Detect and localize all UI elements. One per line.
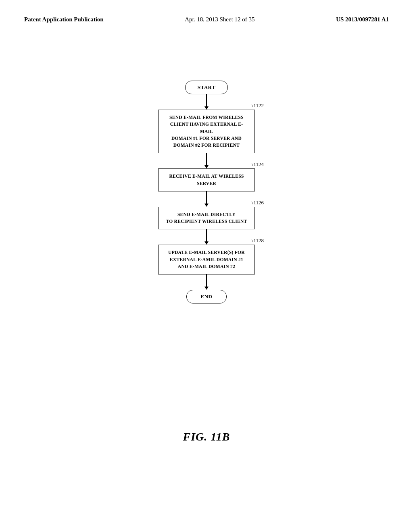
step-number-1122: 1122 bbox=[252, 102, 264, 109]
step-1124-container: 1124 RECEIVE E-MAIL AT WIRELESS SERVER bbox=[142, 168, 271, 191]
step-1128-box: UPDATE E-MAIL SERVER(S) FOREXTERNAL E-AM… bbox=[158, 245, 255, 274]
figure-caption: FIG. 11B bbox=[183, 430, 230, 443]
arrow-head-2 bbox=[204, 165, 209, 168]
step-1122-container: 1122 SEND E-MAIL FROM WIRELESSCLIENT HAV… bbox=[142, 110, 271, 153]
end-label: END bbox=[201, 293, 213, 299]
step-1128-container: 1128 UPDATE E-MAIL SERVER(S) FOREXTERNAL… bbox=[142, 245, 271, 274]
flowchart: START 1122 SEND E-MAIL FROM WIRELESSCLIE… bbox=[142, 81, 271, 303]
arrow-4 bbox=[204, 229, 209, 245]
step-number-1126: 1126 bbox=[252, 200, 264, 206]
start-label: START bbox=[198, 84, 215, 90]
arrow-1 bbox=[204, 94, 209, 110]
step-1126-container: 1126 SEND E-MAIL DIRECTLYTO RECIPIENT WI… bbox=[142, 207, 271, 230]
date-sheet-info: Apr. 18, 2013 Sheet 12 of 35 bbox=[185, 16, 254, 23]
step-1126-box: SEND E-MAIL DIRECTLYTO RECIPIENT WIRELES… bbox=[158, 207, 255, 230]
end-shape: END bbox=[186, 290, 227, 303]
arrow-head-1 bbox=[204, 106, 209, 110]
publication-label: Patent Application Publication bbox=[24, 16, 104, 23]
arrow-head-4 bbox=[204, 241, 209, 245]
step-1126-text: SEND E-MAIL DIRECTLYTO RECIPIENT WIRELES… bbox=[166, 212, 247, 224]
step-number-1128: 1128 bbox=[252, 237, 264, 244]
step-number-1124: 1124 bbox=[252, 161, 264, 168]
arrow-line-4 bbox=[206, 229, 207, 241]
arrow-head-5 bbox=[204, 287, 209, 290]
step-1124-text: RECEIVE E-MAIL AT WIRELESS SERVER bbox=[169, 174, 244, 185]
arrow-line-3 bbox=[206, 191, 207, 204]
page-header: Patent Application Publication Apr. 18, … bbox=[24, 16, 389, 23]
arrow-line-2 bbox=[206, 153, 207, 165]
step-1128-text: UPDATE E-MAIL SERVER(S) FOREXTERNAL E-AM… bbox=[168, 250, 245, 269]
arrow-5 bbox=[204, 274, 209, 290]
step-1122-text: SEND E-MAIL FROM WIRELESSCLIENT HAVING E… bbox=[169, 115, 244, 148]
arrow-line-1 bbox=[206, 94, 207, 106]
arrow-3 bbox=[204, 191, 209, 207]
arrow-2 bbox=[204, 153, 209, 168]
step-1122-box: SEND E-MAIL FROM WIRELESSCLIENT HAVING E… bbox=[158, 110, 255, 153]
figure-caption-text: FIG. 11B bbox=[183, 430, 230, 443]
patent-number: US 2013/0097281 A1 bbox=[336, 16, 389, 23]
arrow-line-5 bbox=[206, 274, 207, 287]
arrow-head-3 bbox=[204, 204, 209, 207]
step-1124-box: RECEIVE E-MAIL AT WIRELESS SERVER bbox=[158, 168, 255, 191]
start-shape: START bbox=[185, 81, 228, 94]
